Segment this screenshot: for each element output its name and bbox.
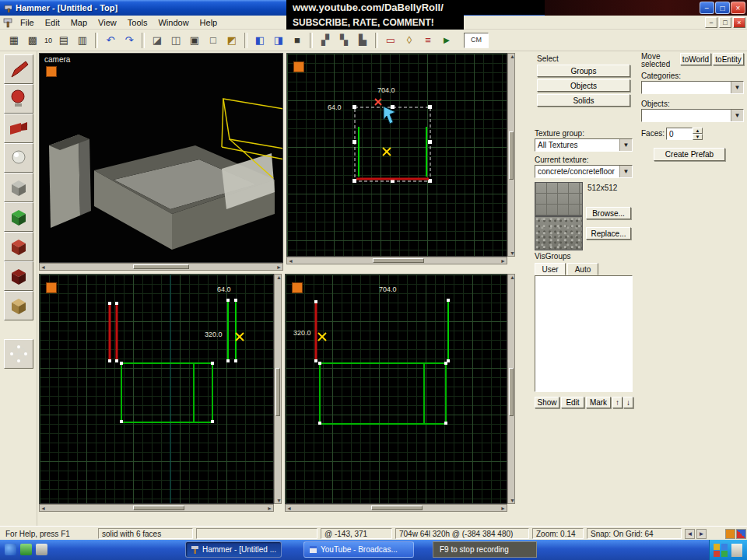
- h-scrollbar-thumb[interactable]: [373, 258, 424, 263]
- move-up-icon[interactable]: ↑: [612, 397, 622, 408]
- visgroup-mark-button[interactable]: Mark: [586, 397, 611, 408]
- scroll-right-icon[interactable]: ►: [696, 529, 707, 539]
- viewport-side-h-scrollbar[interactable]: ◄►: [285, 504, 507, 512]
- mdi-minimize-button[interactable]: −: [705, 17, 717, 28]
- tray-icon-4[interactable]: [721, 551, 728, 557]
- vertex-tool[interactable]: [4, 339, 33, 369]
- quick-launch-icon-3[interactable]: [36, 544, 47, 555]
- group-icon[interactable]: ▣: [185, 31, 204, 50]
- texture-group-dropdown[interactable]: All Textures ▼: [535, 138, 633, 152]
- menu-file[interactable]: File: [15, 16, 40, 29]
- chevron-down-icon[interactable]: ▼: [731, 82, 743, 93]
- ungroup-icon[interactable]: □: [204, 31, 223, 50]
- tab-auto[interactable]: Auto: [567, 263, 598, 275]
- redo-icon[interactable]: ↷: [120, 31, 139, 50]
- viewport-top-v-scrollbar[interactable]: ▲▼: [507, 53, 515, 257]
- cordon-icon[interactable]: ▭: [381, 31, 400, 50]
- browse-button[interactable]: Browse...: [586, 207, 631, 219]
- taskbar-item-hammer[interactable]: Hammer - [Untitled ...: [185, 541, 282, 558]
- undo-icon[interactable]: ↶: [101, 31, 120, 50]
- ignore-groups-icon[interactable]: ◩: [223, 31, 241, 50]
- categories-dropdown[interactable]: ▼: [641, 81, 744, 94]
- minimize-button[interactable]: −: [700, 2, 714, 14]
- viewport-side-v-scrollbar[interactable]: ▲▼: [507, 274, 515, 504]
- menu-map[interactable]: Map: [65, 16, 93, 29]
- viewport-front-h-scrollbar[interactable]: ◄►: [39, 504, 274, 512]
- quick-launch-icon-1[interactable]: [5, 544, 16, 555]
- grid-smaller-icon[interactable]: ▩: [23, 31, 42, 50]
- tab-user[interactable]: User: [535, 263, 566, 275]
- apply-texture-tool[interactable]: [4, 232, 33, 261]
- menu-edit[interactable]: Edit: [40, 16, 65, 29]
- visgroup-show-button[interactable]: Show: [535, 397, 559, 408]
- replace-button[interactable]: Replace...: [586, 227, 631, 240]
- visgroups-list[interactable]: [535, 275, 633, 392]
- maximize-button[interactable]: □: [715, 2, 730, 14]
- menu-tools[interactable]: Tools: [122, 16, 153, 29]
- select-solids-button[interactable]: Solids: [537, 94, 630, 107]
- chevron-down-icon[interactable]: ▼: [731, 110, 743, 121]
- h-scrollbar-thumb[interactable]: [133, 264, 189, 269]
- viewport-side[interactable]: 704.0 320.0: [285, 274, 507, 504]
- menu-help[interactable]: Help: [195, 16, 223, 29]
- move-down-icon[interactable]: ↓: [623, 397, 633, 408]
- h-scrollbar-thumb[interactable]: [133, 506, 184, 510]
- mdi-close-button[interactable]: ×: [733, 17, 745, 28]
- viewport-3d[interactable]: camera: [39, 53, 283, 263]
- select-touching-icon[interactable]: ◊: [400, 31, 419, 50]
- camera-tool[interactable]: [4, 114, 33, 143]
- viewport-top-h-scrollbar[interactable]: ◄►: [286, 257, 507, 264]
- selection-tool[interactable]: [4, 54, 33, 84]
- tray-icon-3[interactable]: [714, 551, 720, 557]
- faces-input[interactable]: 0: [666, 128, 693, 140]
- viewport3d-h-scrollbar[interactable]: ◄►: [39, 263, 283, 271]
- menu-window[interactable]: Window: [153, 16, 194, 29]
- v-scrollbar-thumb[interactable]: [275, 368, 280, 416]
- chevron-down-icon[interactable]: ▼: [619, 166, 632, 177]
- show-all-icon[interactable]: ■: [288, 31, 307, 50]
- hide-unselected-icon[interactable]: ◨: [269, 31, 288, 50]
- to-world-button[interactable]: toWorld: [680, 53, 711, 65]
- texture-application-tool[interactable]: [4, 202, 33, 232]
- visgroup-edit-button[interactable]: Edit: [561, 397, 584, 408]
- menu-view[interactable]: View: [93, 16, 122, 29]
- texture-preview-bottom[interactable]: [535, 216, 583, 250]
- camera-viewport-label[interactable]: camera: [44, 55, 70, 64]
- tray-icon-5[interactable]: [731, 544, 742, 557]
- chevron-down-icon[interactable]: ▼: [619, 139, 632, 151]
- save-window-state-icon[interactable]: ▥: [73, 31, 92, 50]
- v-scrollbar-thumb[interactable]: [509, 131, 514, 180]
- copy-icon[interactable]: ▚: [335, 31, 353, 50]
- objects-dropdown[interactable]: ▼: [641, 109, 744, 122]
- viewport-top[interactable]: 704.0 64.0: [286, 53, 507, 257]
- select-objects-button[interactable]: Objects: [537, 79, 630, 92]
- scroll-left-icon[interactable]: ◄: [685, 529, 695, 539]
- load-window-state-icon[interactable]: ▤: [54, 31, 73, 50]
- clipping-tool[interactable]: [4, 291, 33, 320]
- magnify-tool[interactable]: [4, 84, 33, 114]
- h-scrollbar-thumb[interactable]: [371, 506, 423, 510]
- quick-launch-icon-2[interactable]: [20, 544, 32, 555]
- close-button[interactable]: ×: [731, 2, 745, 14]
- paste-icon[interactable]: ▙: [353, 31, 372, 50]
- run-map-icon[interactable]: ►: [437, 31, 456, 50]
- v-scrollbar-thumb[interactable]: [509, 368, 514, 416]
- texture-preview-top[interactable]: [535, 182, 583, 216]
- viewport-front-v-scrollbar[interactable]: ▲▼: [274, 274, 282, 504]
- to-entity-button[interactable]: toEntity: [713, 53, 744, 65]
- taskbar-item-youtube[interactable]: YouTube - Broadcas...: [303, 541, 414, 558]
- tray-icon-1[interactable]: [714, 544, 720, 550]
- apply-decals-tool[interactable]: [4, 261, 33, 291]
- select-groups-button[interactable]: Groups: [537, 65, 630, 77]
- tray-icon-2[interactable]: [721, 544, 728, 550]
- texture-lock-icon[interactable]: ≡: [419, 31, 437, 50]
- block-tool[interactable]: [4, 173, 33, 202]
- cut-icon[interactable]: ▞: [316, 31, 335, 50]
- current-texture-dropdown[interactable]: concrete/concretefloor ▼: [535, 165, 633, 178]
- faces-stepper[interactable]: ▲▼: [693, 128, 703, 140]
- mdi-restore-button[interactable]: □: [719, 17, 731, 28]
- make-hollow-icon[interactable]: ◫: [167, 31, 185, 50]
- toggle-grid-icon[interactable]: ▦: [5, 31, 23, 50]
- carve-icon[interactable]: ◪: [148, 31, 167, 50]
- viewport-front[interactable]: 64.0 320.0: [39, 274, 274, 504]
